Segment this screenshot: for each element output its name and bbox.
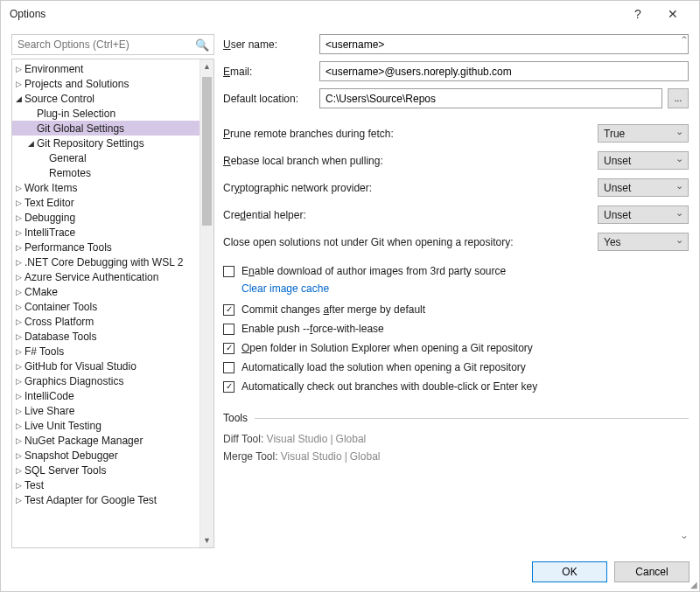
browse-button[interactable]: ... xyxy=(668,88,689,108)
tools-header: Tools xyxy=(223,412,248,424)
search-icon: 🔍 xyxy=(195,38,209,52)
tree-sql[interactable]: ▷SQL Server Tools xyxy=(12,463,200,477)
commit-label: Commit changes after merge by default xyxy=(242,303,425,316)
settings-panel: ⌃ User name: Email: Default location: ..… xyxy=(223,34,689,548)
cancel-button[interactable]: Cancel xyxy=(614,561,690,582)
autocheckout-label: Automatically check out branches with do… xyxy=(242,380,537,393)
tree-snapshot[interactable]: ▷Snapshot Debugger xyxy=(12,448,200,463)
search-input-wrap[interactable]: 🔍 xyxy=(11,34,214,55)
close-combo[interactable]: Yes xyxy=(598,233,689,251)
tree-debugging[interactable]: ▷Debugging xyxy=(12,210,200,225)
clear-cache-link[interactable]: Clear image cache xyxy=(242,282,689,295)
rebase-combo[interactable]: Unset xyxy=(598,151,689,170)
close-label: Close open solutions not under Git when … xyxy=(223,236,598,248)
username-input[interactable] xyxy=(319,34,689,54)
commit-checkbox[interactable] xyxy=(223,304,234,316)
email-input[interactable] xyxy=(319,61,689,81)
tree-text-editor[interactable]: ▷Text Editor xyxy=(12,195,200,210)
merge-global-link[interactable]: Global xyxy=(350,450,381,463)
autoload-label: Automatically load the solution when ope… xyxy=(242,361,526,373)
email-label: Email: xyxy=(223,66,319,78)
download-checkbox[interactable] xyxy=(223,266,234,277)
tree-testadapter[interactable]: ▷Test Adapter for Google Test xyxy=(12,492,200,507)
diff-global-link[interactable]: Global xyxy=(336,433,367,445)
tree-work-items[interactable]: ▷Work Items xyxy=(12,180,200,195)
cred-label: Credential helper: xyxy=(223,209,598,221)
tree-remotes[interactable]: ▷Remotes xyxy=(12,165,200,180)
tree-perf-tools[interactable]: ▷Performance Tools xyxy=(12,240,200,254)
rebase-label: Rebase local branch when pulling: xyxy=(223,155,598,167)
tree-intellicode[interactable]: ▷IntelliCode xyxy=(12,388,200,403)
download-label: Enable download of author images from 3r… xyxy=(242,265,506,277)
merge-vs-link[interactable]: Visual Studio xyxy=(281,450,342,463)
tree-environment[interactable]: ▷Environment xyxy=(12,61,200,76)
cred-combo[interactable]: Unset xyxy=(598,205,689,224)
tree-graphics[interactable]: ▷Graphics Diagnostics xyxy=(12,373,200,388)
tree-container[interactable]: ▷Container Tools xyxy=(12,299,200,314)
divider xyxy=(255,418,689,419)
scroll-up-icon[interactable]: ▲ xyxy=(200,59,214,73)
force-checkbox[interactable] xyxy=(223,324,234,335)
diff-tool-row: Diff Tool: Visual Studio|Global xyxy=(223,433,689,445)
tree-fsharp[interactable]: ▷F# Tools xyxy=(12,344,200,359)
title-bar: Options ? ✕ xyxy=(1,1,699,27)
force-label: Enable push --force-with-lease xyxy=(242,323,384,335)
tree-test[interactable]: ▷Test xyxy=(12,477,200,492)
close-icon[interactable]: ✕ xyxy=(655,7,690,21)
diff-vs-link[interactable]: Visual Studio xyxy=(267,433,328,445)
tree-liveunit[interactable]: ▷Live Unit Testing xyxy=(12,418,200,433)
merge-tool-row: Merge Tool: Visual Studio|Global xyxy=(223,450,689,463)
location-label: Default location: xyxy=(223,93,319,105)
ok-button[interactable]: OK xyxy=(532,561,607,582)
tree-cross[interactable]: ▷Cross Platform xyxy=(12,314,200,329)
tree-plugin[interactable]: ▷Plug-in Selection xyxy=(12,106,200,121)
crypto-label: Cryptographic network provider: xyxy=(223,182,598,194)
crypto-combo[interactable]: Unset xyxy=(598,178,689,197)
tree-intellitrace[interactable]: ▷IntelliTrace xyxy=(12,225,200,240)
options-tree[interactable]: ▷Environment ▷Projects and Solutions ◢So… xyxy=(12,59,200,547)
tree-git-repo[interactable]: ◢Git Repository Settings xyxy=(12,136,200,150)
openfolder-label: Open folder in Solution Explorer when op… xyxy=(242,342,533,354)
scroll-thumb[interactable] xyxy=(202,77,212,226)
scroll-down-icon[interactable]: ▼ xyxy=(200,533,214,547)
prune-label: Prune remote branches during fetch: xyxy=(223,128,598,140)
tree-liveshare[interactable]: ▷Live Share xyxy=(12,403,200,418)
tree-github[interactable]: ▷GitHub for Visual Studio xyxy=(12,359,200,373)
panel-scroll-up-icon[interactable]: ⌃ xyxy=(680,34,689,46)
username-label: User name: xyxy=(223,38,319,51)
resize-grip-icon[interactable]: ◢ xyxy=(690,580,697,589)
window-title: Options xyxy=(10,8,620,20)
openfolder-checkbox[interactable] xyxy=(223,343,234,354)
tree-netcore[interactable]: ▷.NET Core Debugging with WSL 2 xyxy=(12,254,200,269)
tree-projects[interactable]: ▷Projects and Solutions xyxy=(12,76,200,91)
tree-scrollbar[interactable]: ▲ ▼ xyxy=(200,59,214,547)
tree-git-global[interactable]: ▷Git Global Settings xyxy=(12,121,200,136)
tree-nuget[interactable]: ▷NuGet Package Manager xyxy=(12,433,200,448)
tree-database[interactable]: ▷Database Tools xyxy=(12,329,200,344)
panel-scroll-down-icon[interactable]: ⌄ xyxy=(680,529,689,541)
dialog-footer: OK Cancel ◢ xyxy=(0,552,700,592)
tree-azure[interactable]: ▷Azure Service Authentication xyxy=(12,269,200,284)
autocheckout-checkbox[interactable] xyxy=(223,381,234,393)
location-input[interactable] xyxy=(319,88,662,108)
help-icon[interactable]: ? xyxy=(620,7,655,21)
tree-source-control[interactable]: ◢Source Control xyxy=(12,91,200,106)
tree-cmake[interactable]: ▷CMake xyxy=(12,284,200,299)
search-input[interactable] xyxy=(12,38,214,51)
tree-general[interactable]: ▷General xyxy=(12,150,200,165)
autoload-checkbox[interactable] xyxy=(223,362,234,373)
prune-combo[interactable]: True xyxy=(598,124,689,143)
